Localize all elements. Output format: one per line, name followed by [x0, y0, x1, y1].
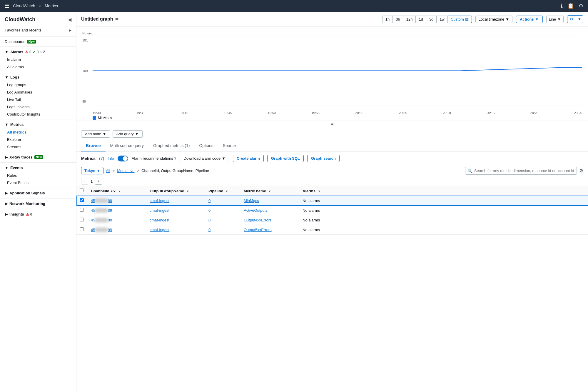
sidebar-item-dashboards[interactable]: Dashboards New: [0, 38, 76, 45]
metrics-search-input[interactable]: [465, 167, 577, 175]
th-output-group[interactable]: OutputGroupName ▼: [146, 186, 205, 196]
sidebar-item-event-buses[interactable]: Event Buses: [0, 179, 76, 186]
row-checkbox-3[interactable]: [80, 227, 84, 231]
sidebar-group-events[interactable]: ▼ Events: [0, 164, 76, 172]
tab-browse[interactable]: Browse: [81, 140, 106, 151]
table-row[interactable]: 45XXXXX89 cmaf-ingest 0 ActiveOutputs No: [76, 206, 588, 215]
settings-nav-icon[interactable]: ⚙: [579, 3, 583, 9]
metric-name-link-0[interactable]: MinMqcs: [244, 198, 259, 203]
graph-with-sql-button[interactable]: Graph with SQL: [267, 155, 304, 162]
table-row[interactable]: 45XXXXX89 cmaf-ingest 0 MinMqcs No alarm: [76, 196, 588, 206]
time-12h-button[interactable]: 12h: [403, 16, 416, 23]
tab-source[interactable]: Source: [218, 140, 240, 151]
page-prev-button[interactable]: ‹: [81, 178, 88, 185]
sidebar-group-app-signals[interactable]: ▶ Application Signals: [0, 189, 76, 197]
time-custom-button[interactable]: Custom ▦: [448, 16, 472, 23]
timezone-button[interactable]: Local timezone ▼: [475, 16, 512, 23]
dashboards-new-badge: New: [27, 40, 36, 44]
metric-name-link-3[interactable]: Output5xxErrors: [244, 228, 272, 232]
create-alarm-button[interactable]: Create alarm: [233, 155, 264, 162]
metric-name-link-1[interactable]: ActiveOutputs: [244, 208, 268, 213]
table-row[interactable]: 45XXXXX89 cmaf-ingest 0 Output5xxErrors: [76, 225, 588, 235]
sidebar-item-log-anomalies[interactable]: Log Anomalies: [0, 89, 76, 96]
download-alarm-code-button[interactable]: Download alarm code ▼: [180, 155, 229, 162]
sidebar-group-network-monitoring[interactable]: ▶ Network Monitoring: [0, 200, 76, 208]
pipeline-link-0[interactable]: 0: [208, 198, 211, 203]
td-pipeline-0: 0: [205, 196, 240, 206]
sidebar-item-log-groups[interactable]: Log groups: [0, 81, 76, 89]
sidebar-group-xray[interactable]: ▶ X-Ray traces New: [0, 153, 76, 161]
tab-multi-source[interactable]: Multi source query: [106, 140, 148, 151]
time-1w-button[interactable]: 1w: [437, 16, 448, 23]
add-math-button[interactable]: Add math ▼: [81, 130, 110, 138]
pipeline-link-2[interactable]: 0: [208, 218, 211, 222]
region-selector-button[interactable]: Tokyo ▼: [81, 167, 103, 174]
line-type-select[interactable]: Line ▼: [546, 16, 564, 23]
sidebar-favorites-item[interactable]: Favorites and recents ▶: [0, 26, 76, 34]
pipeline-link-1[interactable]: 0: [208, 208, 211, 213]
sidebar-collapse-button[interactable]: ◀: [68, 17, 71, 22]
sidebar-item-contributor-insights[interactable]: Contributor Insights: [0, 111, 76, 118]
channel-id-link-2[interactable]: 45XXXXX89: [91, 218, 112, 222]
sidebar-item-all-alarms[interactable]: All alarms: [0, 63, 76, 71]
pipeline-link-3[interactable]: 0: [208, 228, 211, 232]
sidebar-group-insights[interactable]: ▶ Insights ⚠ 0: [0, 210, 76, 218]
th-alarms[interactable]: Alarms ▼: [299, 186, 588, 196]
th-metric-name[interactable]: Metric name ▼: [240, 186, 299, 196]
alarm-recommendations-toggle[interactable]: [118, 156, 128, 161]
tab-graphed-metrics[interactable]: Graphed metrics (1): [148, 140, 194, 151]
output-link-3[interactable]: cmaf-ingest: [150, 228, 169, 232]
graph-edit-icon[interactable]: ✏: [115, 17, 119, 21]
time-1d-button[interactable]: 1d: [416, 16, 426, 23]
th-pipeline[interactable]: Pipeline ▼: [205, 186, 240, 196]
time-1h-button[interactable]: 1h: [382, 16, 393, 23]
breadcrumb-medialive-link[interactable]: MediaLive: [117, 169, 134, 173]
graph-resize-handle[interactable]: ≡: [76, 121, 588, 128]
actions-label: Actions: [520, 17, 534, 21]
sidebar-favorites-section: Favorites and recents ▶: [0, 25, 76, 35]
sidebar-header: CloudWatch ◀: [0, 12, 76, 25]
channel-id-link-0[interactable]: 45XXXXX89: [91, 198, 112, 203]
refresh-button[interactable]: ↻: [567, 16, 576, 23]
graph-search-button[interactable]: Graph search: [307, 155, 340, 162]
output-link-1[interactable]: cmaf-ingest: [150, 208, 169, 213]
output-link-2[interactable]: cmaf-ingest: [150, 218, 169, 222]
sidebar-item-explorer[interactable]: Explorer: [0, 136, 76, 143]
table-settings-button[interactable]: ⚙: [579, 168, 583, 174]
select-all-checkbox[interactable]: [80, 189, 84, 192]
add-query-label: Add query: [116, 132, 134, 136]
info-icon[interactable]: ℹ: [561, 3, 563, 9]
output-link-0[interactable]: cmaf-ingest: [150, 198, 169, 203]
page-next-button[interactable]: ›: [95, 178, 102, 185]
breadcrumb-all-link[interactable]: All: [106, 169, 110, 173]
th-channel-id[interactable]: ChannelId 7/7 ▲: [87, 186, 146, 196]
metric-name-link-2[interactable]: Output4xxErrors: [244, 218, 272, 222]
xray-new-badge: New: [34, 155, 44, 159]
tab-options[interactable]: Options: [194, 140, 218, 151]
sidebar-item-rules[interactable]: Rules: [0, 172, 76, 179]
channel-id-link-3[interactable]: 45XXXXX89: [91, 228, 112, 232]
time-3h-button[interactable]: 3h: [393, 16, 403, 23]
table-row[interactable]: 45XXXXX89 cmaf-ingest 0 Output4xxErrors: [76, 215, 588, 225]
channel-id-link-1[interactable]: 45XXXXX89: [91, 208, 112, 213]
sidebar-group-alarms[interactable]: ▼ Alarms ⚠ 0 ✓ 0 ○ 2: [0, 48, 76, 56]
actions-button[interactable]: Actions ▼: [516, 16, 543, 23]
sidebar-item-live-tail[interactable]: Live Tail: [0, 96, 76, 103]
row-checkbox-2[interactable]: [80, 218, 84, 221]
cloudwatch-link[interactable]: CloudWatch: [13, 4, 35, 8]
menu-icon[interactable]: ☰: [5, 3, 9, 9]
sidebar-item-in-alarm[interactable]: In alarm: [0, 56, 76, 63]
sidebar-group-metrics[interactable]: ▼ Metrics: [0, 121, 76, 129]
sidebar-group-logs[interactable]: ▼ Logs: [0, 73, 76, 81]
add-query-button[interactable]: Add query ▼: [113, 130, 143, 138]
time-3d-button[interactable]: 3d: [426, 16, 437, 23]
sidebar-item-streams[interactable]: Streams: [0, 143, 76, 151]
row-checkbox-1[interactable]: [80, 208, 84, 212]
docs-icon[interactable]: 📋: [567, 3, 574, 9]
actions-arrow-icon: ▼: [535, 17, 539, 21]
metrics-info-link[interactable]: Info: [108, 156, 114, 161]
sidebar-item-all-metrics[interactable]: All metrics: [0, 129, 76, 136]
sidebar-item-logs-insights[interactable]: Logs Insights: [0, 103, 76, 111]
refresh-dropdown-button[interactable]: ▼: [576, 16, 583, 23]
row-checkbox-0[interactable]: [80, 198, 84, 202]
